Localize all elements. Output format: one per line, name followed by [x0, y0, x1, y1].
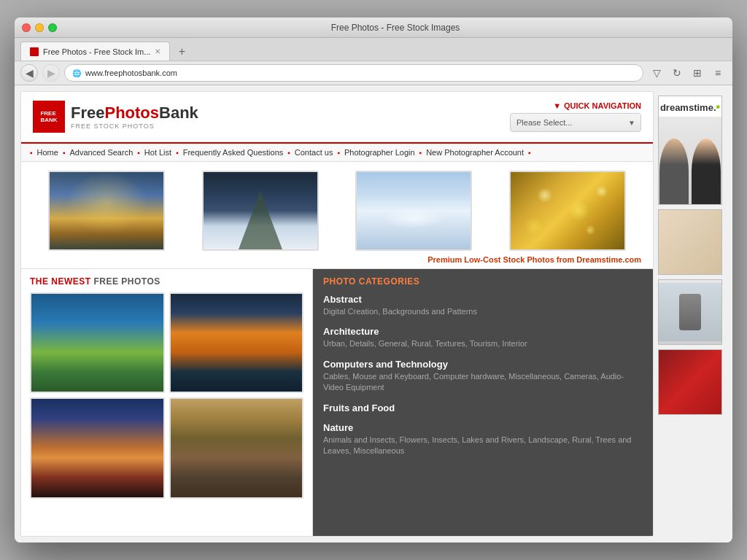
browser-tabs: Free Photos - Free Stock Im... ✕ +	[15, 38, 732, 61]
logo-icon: FREEBANK	[33, 101, 65, 133]
ad-dreamstime-inner: dreamstime.	[659, 96, 721, 204]
maximize-button[interactable]	[48, 23, 57, 32]
category-computers: Computers and Technology Cables, Mouse a…	[323, 359, 643, 394]
featured-image-1[interactable]	[48, 171, 165, 251]
quick-nav-label: QUICK NAVIGATION	[553, 101, 641, 110]
lock-icon: 🌐	[72, 69, 81, 77]
dreamstime-link[interactable]: Dreamstime.com	[576, 255, 641, 264]
main-area: FREEBANK FreePhotosBank FREE STOCK PHOTO…	[20, 91, 654, 537]
forward-button[interactable]: ▶	[42, 64, 60, 82]
category-computers-name[interactable]: Computers and Technology	[323, 359, 643, 370]
logo-icon-text: FREEBANK	[40, 110, 57, 123]
back-icon: ◀	[26, 67, 34, 79]
ad-paper[interactable]	[658, 209, 722, 275]
category-architecture-sub: Urban, Details, General, Rural, Textures…	[323, 338, 643, 349]
mac-window: Free Photos - Free Stock Images Free Pho…	[15, 18, 732, 542]
minimize-button[interactable]	[35, 23, 44, 32]
tab-close-button[interactable]: ✕	[155, 47, 160, 55]
active-tab[interactable]: Free Photos - Free Stock Im... ✕	[20, 42, 170, 61]
logo-name: FreePhotosBank	[71, 104, 198, 122]
browser-toolbar: ◀ ▶ 🌐 www.freephotosbank.com ▽ ↻ ⊞ ≡	[15, 61, 732, 85]
category-abstract: Abstract Digital Creation, Backgrounds a…	[323, 294, 643, 317]
back-button[interactable]: ◀	[20, 64, 38, 82]
new-tab-button[interactable]: +	[173, 43, 190, 61]
nav-photographer-login[interactable]: Photographer Login	[340, 148, 419, 157]
ad-red[interactable]	[658, 349, 722, 415]
ad-clean[interactable]	[658, 279, 722, 345]
page-content: FREEBANK FreePhotosBank FREE STOCK PHOTO…	[15, 85, 732, 542]
category-architecture: Architecture Urban, Details, General, Ru…	[323, 326, 643, 349]
ad-dreamstime[interactable]: dreamstime.	[658, 96, 722, 205]
nav-faq[interactable]: Frequently Asked Questions	[179, 148, 288, 157]
dreamstime-caption-prefix: Premium Low-Cost Stock Photos from	[427, 255, 576, 264]
person-1	[659, 139, 689, 204]
category-abstract-sub: Digital Creation, Backgrounds and Patter…	[323, 306, 643, 317]
nav-home[interactable]: Home	[33, 148, 63, 157]
menu-icon[interactable]: ≡	[709, 64, 727, 82]
forward-icon: ▶	[47, 67, 55, 79]
ad-people	[659, 117, 721, 204]
category-abstract-name[interactable]: Abstract	[323, 294, 643, 305]
quick-nav-select[interactable]: Please Select...	[510, 113, 641, 132]
nav-hot-list[interactable]: Hot List	[140, 148, 176, 157]
featured-image-3[interactable]	[355, 171, 472, 251]
category-food: Fruits and Food	[323, 402, 643, 413]
logo-text: FreePhotosBank FREE STOCK PHOTOS	[71, 104, 198, 130]
category-nature-name[interactable]: Nature	[323, 422, 643, 433]
titlebar: Free Photos - Free Stock Images	[15, 18, 732, 38]
thumb-1[interactable]	[30, 292, 165, 393]
featured-section: Premium Low-Cost Stock Photos from Dream…	[21, 162, 653, 268]
nav-bar: ▪ Home ▪ Advanced Search ▪ Hot List ▪ Fr…	[21, 142, 653, 162]
thumb-3[interactable]	[30, 397, 165, 498]
sidebar: dreamstime.	[654, 91, 727, 537]
newest-title: THE NEWEST FREE PHOTOS	[30, 276, 303, 287]
lower-section: THE NEWEST FREE PHOTOS PHOTO CATEGORIES …	[21, 268, 653, 536]
refresh-icon[interactable]: ↻	[668, 64, 686, 82]
category-nature: Nature Animals and Insects, Flowers, Ins…	[323, 422, 643, 457]
dreamstime-caption: Premium Low-Cost Stock Photos from Dream…	[33, 251, 641, 268]
url-text: www.freephotosbank.com	[85, 69, 177, 77]
download-icon[interactable]: ▽	[648, 64, 665, 82]
category-computers-sub: Cables, Mouse and Keyboard, Computer har…	[323, 371, 643, 394]
featured-image-2[interactable]	[202, 171, 319, 251]
photos-grid	[30, 292, 303, 499]
nav-contact[interactable]: Contact us	[290, 148, 338, 157]
toolbar-actions: ▽ ↻ ⊞ ≡	[648, 64, 727, 82]
nav-sep-7: ▪	[528, 149, 531, 157]
nav-photographer-account[interactable]: New Photographer Account	[422, 148, 528, 157]
quick-nav: QUICK NAVIGATION Please Select...	[510, 101, 641, 132]
logo-area: FREEBANK FreePhotosBank FREE STOCK PHOTO…	[33, 101, 198, 133]
close-button[interactable]	[22, 23, 31, 32]
featured-images	[33, 171, 641, 251]
logo-highlight: Photos	[104, 104, 159, 122]
window-controls	[22, 23, 57, 32]
featured-image-4[interactable]	[509, 171, 626, 251]
category-nature-sub: Animals and Insects, Flowers, Insects, L…	[323, 435, 643, 457]
categories-section: PHOTO CATEGORIES Abstract Digital Creati…	[313, 269, 653, 536]
dreamstime-logo: dreamstime.	[660, 101, 720, 114]
nav-advanced-search[interactable]: Advanced Search	[65, 148, 137, 157]
url-bar[interactable]: 🌐 www.freephotosbank.com	[64, 64, 643, 82]
person-2	[692, 139, 721, 204]
tab-favicon	[30, 47, 39, 56]
quick-nav-wrapper: Please Select...	[510, 113, 641, 132]
category-architecture-name[interactable]: Architecture	[323, 326, 643, 337]
newest-section: THE NEWEST FREE PHOTOS	[21, 269, 313, 536]
category-food-name[interactable]: Fruits and Food	[323, 402, 643, 413]
site-header: FREEBANK FreePhotosBank FREE STOCK PHOTO…	[21, 92, 653, 142]
window-title: Free Photos - Free Stock Images	[66, 23, 725, 33]
tab-label: Free Photos - Free Stock Im...	[43, 47, 150, 56]
logo-tagline: FREE STOCK PHOTOS	[71, 122, 198, 130]
categories-title: PHOTO CATEGORIES	[323, 276, 643, 287]
thumb-4[interactable]	[169, 397, 304, 498]
newest-highlight: THE NEWEST	[30, 276, 91, 287]
thumb-2[interactable]	[169, 292, 304, 393]
grid-icon[interactable]: ⊞	[689, 64, 706, 82]
newest-rest: FREE PHOTOS	[91, 276, 160, 287]
